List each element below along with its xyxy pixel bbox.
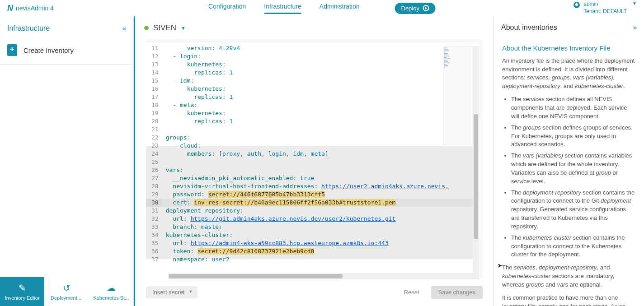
cloud-icon: ☁ bbox=[107, 283, 116, 293]
chevron-down-icon[interactable]: ▼ bbox=[181, 25, 186, 31]
add-document-icon bbox=[7, 44, 17, 56]
create-inventory-label: Create Inventory bbox=[24, 46, 74, 54]
help-p2: The services, deployment-repository, and… bbox=[502, 264, 636, 289]
help-list-item: The groups section defines groups of ser… bbox=[511, 124, 636, 149]
help-p3: It is common practice to have more than … bbox=[502, 294, 636, 306]
help-list-item: The services section defines all NEVIS c… bbox=[511, 95, 636, 121]
help-list: The services section defines all NEVIS c… bbox=[502, 95, 636, 259]
horizontal-scrollbar-thumb[interactable] bbox=[169, 274, 343, 278]
logo-icon: N bbox=[7, 4, 13, 13]
app-logo[interactable]: N nevisAdmin 4 bbox=[7, 4, 54, 13]
tab-kubernetes-status[interactable]: ☁ Kubernetes St... bbox=[89, 277, 133, 306]
play-icon bbox=[423, 5, 429, 11]
tab-deployment-history[interactable]: ↺ Deployment ... bbox=[44, 277, 89, 306]
deploy-button[interactable]: Deploy bbox=[395, 3, 436, 14]
nav-configuration[interactable]: Configuration bbox=[208, 3, 246, 14]
insert-secret-dropdown[interactable]: Insert secret bbox=[146, 286, 197, 298]
expand-help-icon[interactable]: » bbox=[633, 24, 637, 31]
chevron-down-icon: ▼ bbox=[632, 1, 637, 6]
app-name: nevisAdmin 4 bbox=[16, 5, 54, 12]
create-inventory-button[interactable]: Create Inventory bbox=[0, 40, 133, 65]
sidebar: Infrastructure « Create Inventory ✎ Inve… bbox=[0, 16, 134, 306]
help-intro: An inventory file is the place where the… bbox=[502, 57, 636, 91]
help-body[interactable]: About the Kubernetes Inventory File An i… bbox=[494, 38, 644, 306]
nav-administration[interactable]: Administration bbox=[320, 3, 360, 14]
user-tenant: Tenant: DEFAULT bbox=[583, 8, 627, 15]
deploy-label: Deploy bbox=[401, 5, 419, 12]
help-heading-1: About the Kubernetes Inventory File bbox=[502, 43, 636, 53]
vertical-scrollbar-thumb[interactable] bbox=[474, 114, 478, 239]
help-list-item: The vars (variables) section contains va… bbox=[511, 152, 636, 185]
code-editor[interactable]: 1112131415161718192021222324252627282930… bbox=[146, 42, 479, 279]
pencil-icon: ✎ bbox=[19, 283, 26, 293]
save-changes-button[interactable]: Save changes bbox=[431, 286, 483, 299]
top-nav: Configuration Infrastructure Administrat… bbox=[208, 3, 436, 14]
user-icon bbox=[573, 2, 580, 8]
help-list-item: The kubernetes-cluster section contains … bbox=[511, 234, 636, 260]
center-panel: SIVEN ▼ 11121314151617181920212223242526… bbox=[134, 16, 494, 306]
user-name: admin bbox=[583, 1, 627, 8]
horizontal-scrollbar[interactable] bbox=[169, 273, 479, 279]
status-dot-icon bbox=[144, 26, 149, 30]
help-list-item: The deployment-repository section contai… bbox=[511, 189, 636, 231]
vertical-scrollbar[interactable] bbox=[473, 46, 479, 273]
sidebar-title: Infrastructure bbox=[7, 24, 50, 32]
minimap-viewport[interactable] bbox=[146, 146, 473, 259]
collapse-sidebar-icon[interactable]: « bbox=[122, 25, 126, 32]
history-icon: ↺ bbox=[63, 283, 71, 293]
nav-infrastructure[interactable]: Infrastructure bbox=[264, 3, 301, 14]
sidebar-bottom-tabs: ✎ Inventory Editor ↺ Deployment ... ☁ Ku… bbox=[0, 277, 133, 306]
inventory-title: SIVEN bbox=[153, 23, 176, 32]
help-panel: About inventories » About the Kubernetes… bbox=[494, 16, 644, 306]
tab-inventory-editor[interactable]: ✎ Inventory Editor bbox=[0, 277, 44, 306]
reset-button[interactable]: Reset bbox=[398, 286, 426, 298]
user-menu[interactable]: admin Tenant: DEFAULT ▼ bbox=[573, 1, 637, 15]
help-title: About inventories bbox=[501, 23, 557, 32]
